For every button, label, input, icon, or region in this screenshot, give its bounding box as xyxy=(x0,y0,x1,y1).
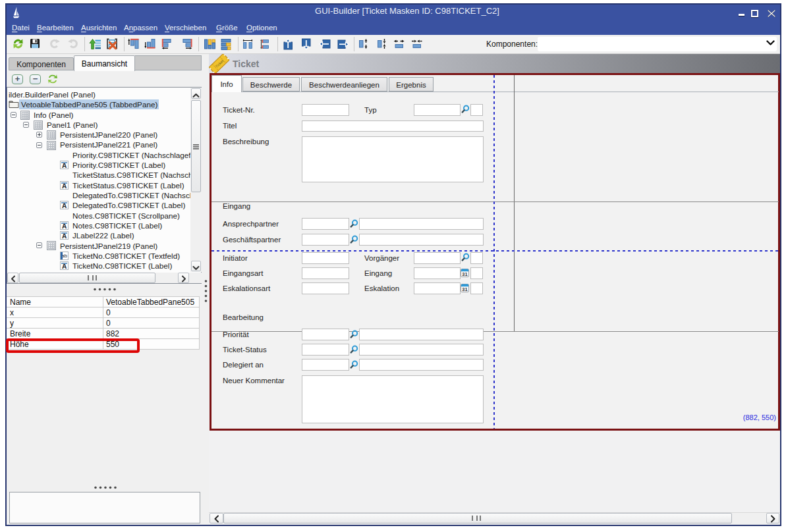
svg-text:31: 31 xyxy=(462,286,467,292)
svg-text:31: 31 xyxy=(462,271,467,277)
